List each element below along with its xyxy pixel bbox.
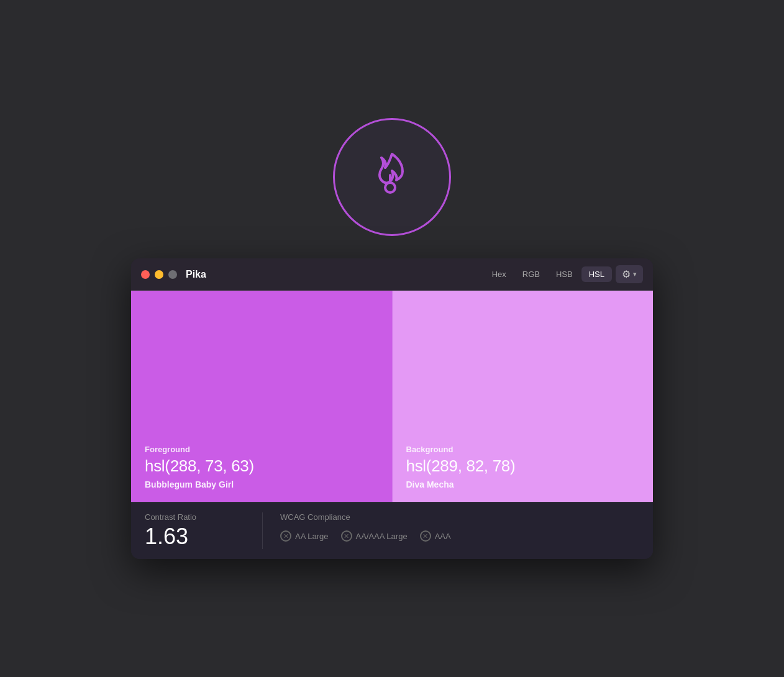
bottom-bar: Contrast Ratio 1.63 WCAG Compliance ✕ AA… <box>131 502 653 559</box>
wcag-label-aaa: AAA <box>435 532 451 541</box>
close-button[interactable] <box>141 270 150 279</box>
minimize-button[interactable] <box>155 270 163 279</box>
wcag-label-aa-aaa-large: AA/AAA Large <box>356 532 408 541</box>
wcag-label-aa-large: AA Large <box>295 532 329 541</box>
wcag-item-aa-large: ✕ AA Large <box>280 530 329 542</box>
wcag-items: ✕ AA Large ✕ AA/AAA Large ✕ AAA <box>280 530 451 542</box>
wcag-item-aa-aaa-large: ✕ AA/AAA Large <box>341 530 408 542</box>
background-panel[interactable]: Background hsl(289, 82, 78) Diva Mecha <box>393 291 654 502</box>
tab-hex[interactable]: Hex <box>485 266 514 282</box>
background-label: Background <box>406 445 640 454</box>
contrast-label: Contrast Ratio <box>145 512 245 522</box>
settings-button[interactable]: ⚙ ▾ <box>616 265 643 283</box>
format-tabs: Hex RGB HSB HSL <box>485 266 612 282</box>
flame-icon <box>358 143 426 211</box>
wcag-fail-icon-aaa: ✕ <box>420 530 431 542</box>
wcag-fail-icon-aa-aaa-large: ✕ <box>341 530 352 542</box>
background-name: Diva Mecha <box>406 479 640 489</box>
wcag-item-aaa: ✕ AAA <box>420 530 451 542</box>
wcag-section: WCAG Compliance ✕ AA Large ✕ AA/AAA Larg… <box>280 512 451 542</box>
app-icon <box>333 118 451 236</box>
foreground-panel[interactable]: Foreground hsl(288, 73, 63) Bubblegum Ba… <box>131 291 393 502</box>
svg-point-0 <box>385 183 395 193</box>
foreground-label: Foreground <box>145 445 378 454</box>
tab-hsb[interactable]: HSB <box>549 266 580 282</box>
gear-icon: ⚙ <box>622 268 631 280</box>
chevron-down-icon: ▾ <box>633 270 637 278</box>
contrast-section: Contrast Ratio 1.63 <box>145 512 263 549</box>
maximize-button[interactable] <box>168 270 177 279</box>
main-window: Pika Hex RGB HSB HSL ⚙ ▾ Foreground hsl(… <box>131 258 653 559</box>
background-value: hsl(289, 82, 78) <box>406 457 640 476</box>
foreground-value: hsl(288, 73, 63) <box>145 457 378 476</box>
tab-rgb[interactable]: RGB <box>515 266 547 282</box>
wcag-fail-icon-aa-large: ✕ <box>280 530 291 542</box>
window-title: Pika <box>186 269 485 280</box>
wcag-label: WCAG Compliance <box>280 512 451 522</box>
color-panels: Foreground hsl(288, 73, 63) Bubblegum Ba… <box>131 291 653 502</box>
tab-hsl[interactable]: HSL <box>581 266 612 282</box>
contrast-value: 1.63 <box>145 524 245 549</box>
traffic-lights <box>141 270 177 279</box>
foreground-name: Bubblegum Baby Girl <box>145 479 378 489</box>
titlebar: Pika Hex RGB HSB HSL ⚙ ▾ <box>131 258 653 291</box>
